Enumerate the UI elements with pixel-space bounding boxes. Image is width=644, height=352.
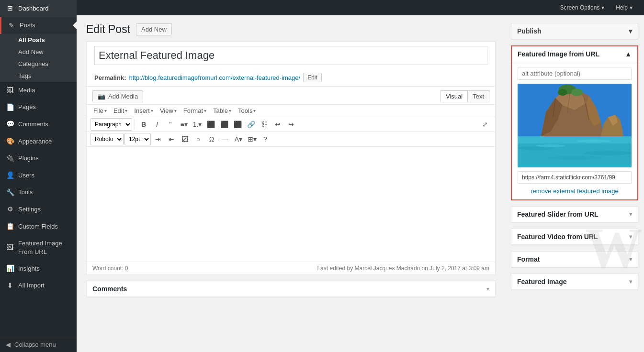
sidebar-item-comments[interactable]: 💬 Comments [0,116,77,133]
fullscreen-button[interactable]: ⤢ [479,118,491,131]
sidebar-item-appearance-label: Appearance [18,137,52,146]
featured-image-from-url-icon: 🖼 [6,243,14,253]
comments-meta-box-header[interactable]: Comments ▾ [87,281,495,297]
unordered-list-button[interactable]: ≡▾ [178,118,190,131]
publish-title: Publish [517,27,542,35]
help-chevron-icon: ▾ [630,4,633,11]
fifu-toggle-icon: ▲ [625,50,632,58]
sidebar-item-all-import[interactable]: ⬇ All Import [0,277,77,295]
remove-format-button[interactable]: ○ [192,133,204,145]
featured-image-header[interactable]: Featured Image ▾ [511,274,638,290]
featured-slider-panel: Featured Slider from URL ▾ [511,206,638,223]
menu-insert[interactable]: Insert ▾ [131,106,156,116]
submenu-categories[interactable]: Categories [0,58,77,70]
fifu-url-input[interactable] [518,171,632,184]
redo-button[interactable]: ↪ [285,118,297,131]
sidebar-item-all-import-label: All Import [18,281,45,290]
tools-icon: 🔧 [6,188,14,198]
table-button[interactable]: ⊞▾ [246,133,258,145]
sidebar-item-users[interactable]: 👤 Users [0,167,77,184]
editor-body[interactable] [87,147,495,262]
outdent-button[interactable]: ⇤ [165,133,178,145]
featured-slider-header[interactable]: Featured Slider from URL ▾ [511,207,638,222]
menu-table[interactable]: Table ▾ [210,106,234,116]
add-new-button[interactable]: Add New [136,23,172,35]
help-toolbar-button[interactable]: ? [259,133,271,145]
table-chevron-icon: ▾ [229,108,231,113]
menu-file[interactable]: File ▾ [90,106,110,116]
undo-button[interactable]: ↩ [271,118,284,131]
menu-view[interactable]: View ▾ [157,106,180,116]
visual-tab[interactable]: Visual [441,90,467,102]
screen-options-button[interactable]: Screen Options ▾ [556,2,609,13]
svg-point-10 [571,88,583,96]
paragraph-select[interactable]: Paragraph [90,118,132,131]
format-header[interactable]: Format ▾ [511,252,638,267]
publish-header[interactable]: Publish ▾ [511,23,638,39]
submenu-tags[interactable]: Tags [0,70,77,82]
menu-edit[interactable]: Edit ▾ [111,106,130,116]
format-panel: Format ▾ W [511,251,638,268]
ordered-list-button[interactable]: 1.▾ [191,118,203,131]
sidebar-item-dashboard[interactable]: ⊞ Dashboard [0,0,77,17]
font-select[interactable]: Roboto [90,133,124,145]
special-chars-button[interactable]: Ω [205,133,218,145]
permalink-link[interactable]: http://blog.featuredimagefromurl.com/ext… [129,74,300,81]
sidebar-item-posts[interactable]: ✎ Posts [0,17,77,34]
featured-video-header[interactable]: Featured Video from URL ▾ [511,229,638,245]
collapse-menu-button[interactable]: ◀ Collapse menu [0,337,77,352]
post-title-input[interactable] [94,46,487,65]
menu-tools[interactable]: Tools ▾ [235,106,259,116]
sidebar-item-tools[interactable]: 🔧 Tools [0,184,77,201]
submenu-all-posts[interactable]: All Posts [0,34,77,46]
sidebar-item-custom-fields[interactable]: 📋 Custom Fields [0,218,77,235]
format-title: Format [517,255,540,263]
blockquote-button[interactable]: " [164,118,177,131]
sidebar-item-pages[interactable]: 📄 Pages [0,99,77,116]
permalink-edit-button[interactable]: Edit [303,73,322,82]
sidebar-item-plugins[interactable]: 🔌 Plugins [0,150,77,167]
bold-button[interactable]: B [137,118,150,131]
help-button[interactable]: Help ▾ [612,2,636,13]
sidebar-item-settings[interactable]: ⚙ Settings [0,201,77,218]
align-center-button[interactable]: ⬛ [218,118,230,131]
sidebar-item-appearance[interactable]: 🎨 Appearance [0,133,77,150]
featured-video-title: Featured Video from URL [517,233,598,241]
permalink-label: Permalink: [94,74,126,81]
indent-button[interactable]: ⇥ [152,133,164,145]
sidebar-item-media[interactable]: 🖼 Media [0,82,77,99]
sidebar-item-insights-label: Insights [18,264,40,273]
unlink-button[interactable]: ⛓ [258,118,271,131]
page-header: Edit Post Add New [86,23,496,36]
menu-format[interactable]: Format ▾ [181,106,209,116]
sidebar-item-featured-image-from-url[interactable]: 🖼 Featured Image From URL [0,235,77,260]
fifu-remove-link[interactable]: remove external featured image [518,187,632,195]
sidebar-item-insights[interactable]: 📊 Insights [0,260,77,277]
image-button[interactable]: 🖼 [179,133,191,145]
italic-button[interactable]: I [151,118,163,131]
submenu-add-new[interactable]: Add New [0,46,77,58]
text-tab[interactable]: Text [467,90,489,102]
add-media-button[interactable]: 📷 Add Media [92,90,143,102]
fifu-header[interactable]: Featured Image from URL ▲ [512,46,637,62]
publish-toggle-icon: ▾ [629,27,632,35]
svg-point-11 [558,89,567,96]
link-button[interactable]: 🔗 [245,118,257,131]
screen-options-chevron-icon: ▾ [601,4,604,11]
separator1 [135,120,135,129]
editor-area: Edit Post Add New Permalink: http://blog… [77,15,505,352]
collapse-menu-label: Collapse menu [14,341,56,348]
align-right-button[interactable]: ⬛ [231,118,244,131]
text-color-button[interactable]: A▾ [232,133,245,145]
align-left-button[interactable]: ⬛ [204,118,217,131]
sidebar-item-settings-label: Settings [18,205,41,214]
fifu-alt-input[interactable] [518,67,632,80]
horizontal-rule-button[interactable]: — [219,133,231,145]
svg-rect-17 [518,143,632,167]
add-media-icon: 📷 [98,93,105,100]
comments-meta-box-title: Comments [92,285,127,293]
size-select[interactable]: 12pt [124,133,151,145]
sidebar-footer: ◀ Collapse menu [0,337,77,352]
tools-chevron-icon: ▾ [253,108,256,113]
screen-options-label: Screen Options [560,4,600,11]
